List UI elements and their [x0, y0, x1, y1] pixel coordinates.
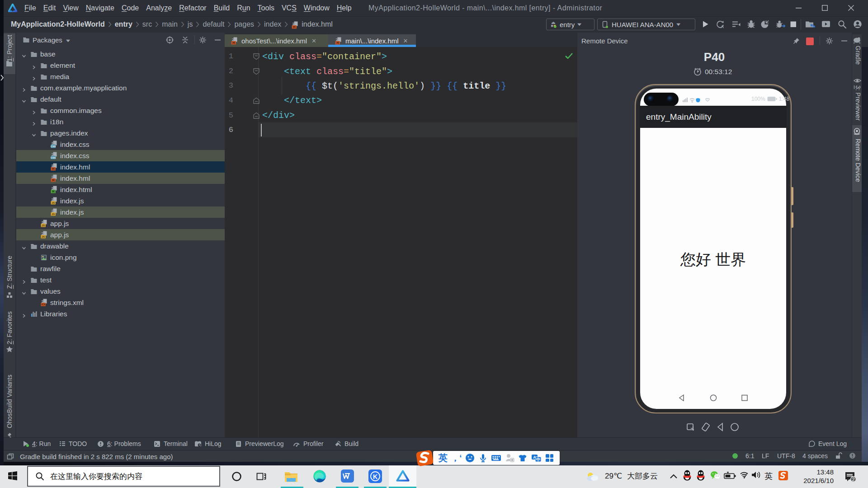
svg-text:中: 中 — [536, 457, 540, 462]
svg-text:K: K — [373, 473, 377, 480]
svg-text:A: A — [721, 24, 724, 28]
svg-text:H: H — [52, 167, 54, 170]
svg-text:H: H — [52, 190, 54, 193]
svg-text:H: H — [232, 41, 235, 44]
svg-text:JS: JS — [52, 202, 55, 204]
svg-text:CSS: CSS — [51, 156, 56, 159]
svg-text:2: 2 — [852, 477, 854, 482]
svg-text:<>: <> — [42, 303, 45, 306]
svg-text:H: H — [293, 25, 295, 28]
svg-text:CSS: CSS — [51, 145, 56, 148]
svg-text:JS: JS — [52, 213, 55, 216]
svg-text:JS: JS — [42, 235, 45, 238]
svg-text:JS: JS — [42, 224, 45, 227]
svg-text:H: H — [336, 41, 339, 44]
svg-text:H: H — [52, 178, 54, 182]
